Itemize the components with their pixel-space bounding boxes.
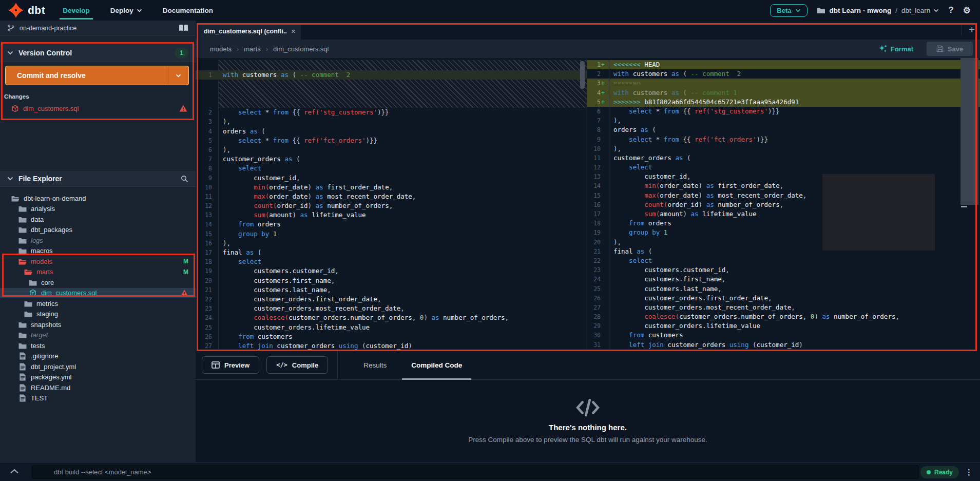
tree-item-staging[interactable]: staging <box>0 309 196 320</box>
format-button[interactable]: Format <box>879 45 913 53</box>
tab-results[interactable]: Results <box>354 351 396 380</box>
code-line-25[interactable]: 25 customers.last_name, <box>587 284 980 294</box>
tree-item-tests[interactable]: tests <box>0 340 196 351</box>
code-line-9[interactable]: 9 select * from {{ ref('fct_orders')}} <box>587 135 980 144</box>
code-line-17[interactable]: 17final as ( <box>196 248 587 257</box>
code-line-4[interactable]: 4orders as ( <box>196 127 587 136</box>
tree-item-analysis[interactable]: analysis <box>0 204 196 215</box>
tree-item-dbt-project-yml[interactable]: dbt_project.yml <box>0 361 196 372</box>
code-line-30[interactable]: 30 from customers <box>587 331 980 340</box>
compile-button[interactable]: </> Compile <box>266 356 328 374</box>
code-line-5[interactable]: 5 select * from {{ ref('fct_orders')}} <box>196 136 587 145</box>
code-line-28[interactable]: 28 coalesce(customer_orders.number_of_or… <box>587 312 980 321</box>
code-line-3[interactable]: 3), <box>196 117 587 126</box>
code-line-9[interactable]: 9 customer_id, <box>196 174 587 183</box>
code-line-8[interactable]: 8orders as ( <box>587 125 980 134</box>
code-line-20[interactable]: 20 customers.first_name, <box>196 276 587 285</box>
code-line-21[interactable]: 21 customers.last_name, <box>196 285 587 295</box>
code-line-29[interactable]: 29 customer_orders.lifetime_value <box>587 321 980 331</box>
search-icon[interactable] <box>181 175 188 183</box>
code-line-16[interactable]: 16), <box>196 239 587 248</box>
tree-item-logs[interactable]: logs <box>0 235 196 246</box>
code-line-10[interactable]: 10 min(order_date) as first_order_date, <box>196 183 587 192</box>
tree-item-readme-md[interactable]: README.md <box>0 382 196 393</box>
command-input[interactable] <box>32 465 919 479</box>
tree-item-dbt-learn-on-demand[interactable]: dbt-learn-on-demand <box>0 193 196 204</box>
tree-item-marts[interactable]: martsM <box>0 267 196 278</box>
code-line-22[interactable]: 22 select <box>587 256 980 265</box>
tree-item-core[interactable]: core <box>0 277 196 288</box>
chevron-up-icon[interactable] <box>10 469 18 474</box>
code-line-10[interactable]: 10), <box>587 144 980 153</box>
tree-item-snapshots[interactable]: snapshots <box>0 319 196 330</box>
code-line-13[interactable]: 13 sum(amount) as lifetime_value <box>196 210 587 220</box>
kebab-menu-icon[interactable]: ⋮ <box>965 467 973 477</box>
save-button[interactable]: Save <box>927 42 973 56</box>
commit-button-label[interactable]: Commit and resolve <box>6 66 168 85</box>
code-line-31[interactable]: 31 left join customer_orders using (cust… <box>587 340 980 350</box>
code-line-6[interactable]: 6), <box>196 145 587 155</box>
tree-item-packages-yml[interactable]: packages.yml <box>0 372 196 383</box>
code-line-4[interactable]: 4+with customers as ( -- comment 1 <box>587 88 980 98</box>
code-line-23[interactable]: 23 customer_orders.most_recent_order_dat… <box>196 304 587 313</box>
tab-compiled-code[interactable]: Compiled Code <box>402 351 471 380</box>
tree-item-test[interactable]: TEST <box>0 393 196 404</box>
breadcrumb-models[interactable]: models <box>210 45 232 53</box>
tree-item-metrics[interactable]: metrics <box>0 298 196 309</box>
code-line-8[interactable]: 8 select <box>196 164 587 173</box>
code-line-24[interactable]: 24 customers.first_name, <box>587 275 980 284</box>
code-line-7[interactable]: 7), <box>587 116 980 125</box>
code-line-14[interactable]: 14 from orders <box>196 220 587 229</box>
code-line-1[interactable]: 1+<<<<<<< HEAD <box>587 60 980 69</box>
editor-left-pane[interactable]: 1with customers as ( -- comment 22 selec… <box>196 58 587 351</box>
version-control-header[interactable]: Version Control 1 <box>0 44 196 62</box>
code-line-23[interactable]: 23 customers.customer_id, <box>587 265 980 275</box>
breadcrumb-file[interactable]: dim_customers.sql <box>273 45 329 53</box>
file-explorer-header[interactable]: File Explorer <box>0 171 196 186</box>
commit-and-resolve-button[interactable]: Commit and resolve <box>5 66 189 85</box>
code-line-3[interactable]: 3+======= <box>587 79 980 88</box>
code-line-12[interactable]: 12 select <box>587 163 980 172</box>
tree-item--gitignore[interactable]: .gitignore <box>0 351 196 362</box>
code-line-25[interactable]: 25 customer_orders.lifetime_value <box>196 323 587 332</box>
editor-scrollbar-thumb[interactable] <box>960 58 978 205</box>
code-line-11[interactable]: 11customer_orders as ( <box>587 153 980 163</box>
tree-item-target[interactable]: target <box>0 330 196 341</box>
docs-book-icon[interactable] <box>179 24 188 32</box>
nav-documentation[interactable]: Documentation <box>152 0 223 21</box>
environment-selector[interactable]: dbt_learn <box>901 7 939 14</box>
nav-deploy[interactable]: Deploy <box>100 0 152 21</box>
code-line-2[interactable]: 2 select * from {{ ref('stg_customers')}… <box>196 108 587 117</box>
new-tab-button[interactable]: + <box>961 25 975 35</box>
code-line-26[interactable]: 26 customer_orders.first_order_date, <box>587 294 980 303</box>
code-line-5[interactable]: 5+>>>>>>> b81f802a66fd544504c65721e3ffaa… <box>587 98 980 107</box>
git-branch-row[interactable]: on-demand-practice <box>0 21 196 36</box>
breadcrumb-marts[interactable]: marts <box>244 45 261 53</box>
code-line-6[interactable]: 6 select * from {{ ref('stg_customers')}… <box>587 107 980 116</box>
code-line-7[interactable]: 7customer_orders as ( <box>196 155 587 164</box>
code-line-27[interactable]: 27 left join customer_orders using (cust… <box>196 341 587 351</box>
code-line-27[interactable]: 27 customer_orders.most_recent_order_dat… <box>587 303 980 312</box>
beta-dropdown[interactable]: Beta <box>770 4 807 17</box>
tree-item-models[interactable]: modelsM <box>0 256 196 267</box>
code-line-15[interactable]: 15 group by 1 <box>196 229 587 239</box>
code-line-26[interactable]: 26 from customers <box>196 332 587 341</box>
code-line-1[interactable]: 1with customers as ( -- comment 2 <box>196 70 587 80</box>
commit-options-caret[interactable] <box>168 66 188 85</box>
left-pane-scrollbar-thumb[interactable] <box>580 61 585 89</box>
code-line-22[interactable]: 22 customer_orders.first_order_date, <box>196 295 587 304</box>
settings-gear-icon[interactable]: ⚙ <box>963 5 971 16</box>
code-line-19[interactable]: 19 customers.customer_id, <box>196 266 587 276</box>
preview-button[interactable]: Preview <box>202 356 259 374</box>
code-line-18[interactable]: 18 select <box>196 257 587 266</box>
changed-file-row[interactable]: dim_customers.sql <box>0 103 196 114</box>
nav-develop[interactable]: Develop <box>52 0 100 21</box>
tree-item-dim-customers-sql[interactable]: dim_customers.sql <box>0 288 196 299</box>
code-line-2[interactable]: 2with customers as ( -- comment 2 <box>587 69 980 79</box>
editor-tab-dim-customers[interactable]: dim_customers.sql (confli... ✕ <box>197 23 301 40</box>
account-project-selector[interactable]: dbt Learn - mwong / dbt_learn <box>817 7 939 14</box>
tree-item-macros[interactable]: macros <box>0 246 196 257</box>
code-line-11[interactable]: 11 max(order_date) as most_recent_order_… <box>196 192 587 201</box>
close-tab-icon[interactable]: ✕ <box>291 28 296 35</box>
tree-item-data[interactable]: data <box>0 214 196 225</box>
